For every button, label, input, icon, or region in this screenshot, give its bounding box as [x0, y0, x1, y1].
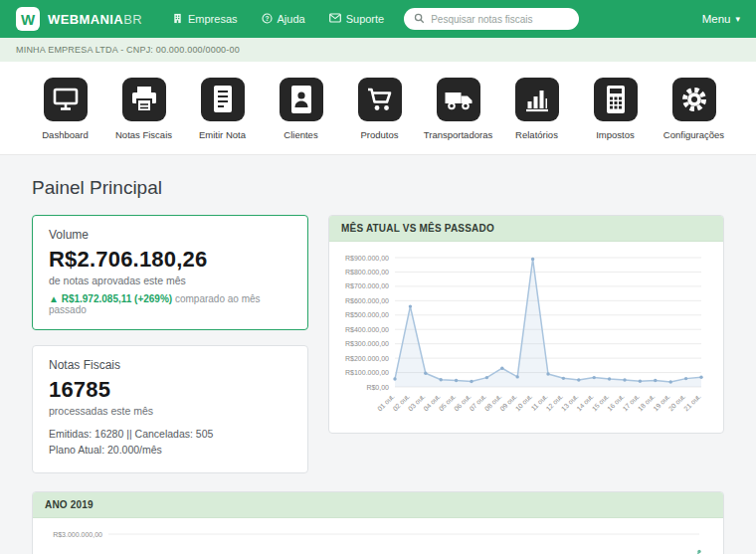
toolbar-item-label: Notas Fiscais [115, 129, 172, 140]
brand-logo[interactable]: W WEBMANIABR [16, 7, 142, 31]
volume-card-title: Volume [49, 228, 291, 242]
primary-nav: Empresas ? Ajuda Suporte [172, 13, 384, 26]
svg-text:R$0,00: R$0,00 [366, 384, 389, 391]
notas-card-title: Notas Fiscais [49, 358, 291, 372]
toolbar-item-transportadoras[interactable]: Transportadoras [419, 78, 497, 140]
monitor-icon [44, 78, 88, 121]
calculator-icon [594, 78, 638, 121]
nav-item-empresas[interactable]: Empresas [172, 13, 238, 26]
svg-text:R$300.000,00: R$300.000,00 [345, 340, 389, 347]
main-content: Painel Principal Volume R$2.706.180,26 d… [0, 155, 756, 554]
document-icon [201, 78, 245, 121]
module-toolbar: Dashboard Notas Fiscais Emitir Nota Clie… [0, 62, 756, 155]
stats-column: Volume R$2.706.180,26 de notas aprovadas… [32, 215, 308, 473]
dashboard-grid: Volume R$2.706.180,26 de notas aprovadas… [32, 215, 724, 473]
toolbar-item-configuracoes[interactable]: Configurações [655, 78, 733, 140]
contacts-icon [280, 78, 323, 121]
cart-icon [358, 78, 402, 121]
building-icon [172, 13, 183, 26]
notas-plan-line: Plano Atual: 20.000/mês [49, 442, 291, 458]
chevron-down-icon: ▾ [735, 14, 740, 24]
svg-text:R$100.000,00: R$100.000,00 [345, 369, 389, 376]
printer-icon [122, 78, 166, 121]
menu-label: Menu [702, 13, 731, 25]
page-title: Painel Principal [32, 177, 724, 199]
top-navbar: W WEBMANIABR Empresas ? Ajuda Suporte [0, 0, 756, 38]
delta-up-badge: ▲ R$1.972.085,11 (+269%) [49, 293, 172, 304]
volume-card: Volume R$2.706.180,26 de notas aprovadas… [32, 215, 308, 330]
truck-icon [437, 78, 480, 121]
svg-text:R$3.000.000,00: R$3.000.000,00 [53, 530, 102, 537]
toolbar-item-clientes[interactable]: Clientes [262, 78, 340, 140]
toolbar-item-produtos[interactable]: Produtos [340, 78, 419, 140]
brand-text: WEBMANIABR [48, 10, 142, 28]
search-input[interactable] [431, 14, 569, 25]
toolbar-item-label: Produtos [360, 129, 398, 140]
notas-fiscais-card: Notas Fiscais 16785 processadas este mês… [32, 345, 308, 473]
svg-text:R$500.000,00: R$500.000,00 [345, 311, 389, 318]
year-chart: R$0,00R$500.000,00R$1.000.000,00R$1.500.… [33, 518, 723, 554]
toolbar-item-impostos[interactable]: Impostos [576, 78, 655, 140]
toolbar-item-label: Dashboard [42, 129, 88, 140]
year-chart-card: ANO 2019 R$0,00R$500.000,00R$1.000.000,0… [32, 491, 724, 554]
toolbar-item-relatorios[interactable]: Relatórios [497, 78, 576, 140]
company-bar: MINHA EMPRESA LTDA - CNPJ: 00.000.000/00… [0, 38, 756, 62]
toolbar-item-emitir-nota[interactable]: Emitir Nota [183, 78, 262, 140]
toolbar-item-label: Relatórios [515, 129, 558, 140]
toolbar-item-dashboard[interactable]: Dashboard [26, 78, 104, 140]
toolbar-item-label: Impostos [596, 129, 635, 140]
toolbar-item-notas-fiscais[interactable]: Notas Fiscais [104, 78, 183, 140]
notas-detail-line: Emitidas: 16280 || Canceladas: 505 [49, 426, 291, 442]
notas-details: Emitidas: 16280 || Canceladas: 505 Plano… [49, 426, 291, 459]
svg-text:?: ? [265, 14, 269, 21]
nav-item-suporte[interactable]: Suporte [329, 13, 385, 26]
webmania-logo-icon: W [16, 7, 40, 31]
month-chart: R$0,00R$100.000,00R$200.000,00R$300.000,… [329, 242, 723, 433]
company-info: MINHA EMPRESA LTDA - CNPJ: 00.000.000/00… [16, 45, 240, 55]
nav-item-label: Suporte [346, 13, 385, 25]
year-chart-title: ANO 2019 [33, 492, 723, 518]
toolbar-item-label: Configurações [663, 129, 724, 140]
notas-subtitle: processadas este mês [49, 405, 291, 417]
volume-delta-row: ▲ R$1.972.085,11 (+269%) comparado ao mê… [49, 293, 291, 315]
svg-text:R$800.000,00: R$800.000,00 [345, 269, 389, 276]
toolbar-item-label: Clientes [284, 129, 317, 140]
svg-text:21 out.: 21 out. [682, 393, 702, 413]
toolbar-item-label: Transportadoras [424, 129, 492, 140]
menu-dropdown[interactable]: Menu ▾ [702, 13, 740, 25]
notas-count: 16785 [49, 377, 291, 403]
svg-text:R$600.000,00: R$600.000,00 [345, 297, 389, 304]
svg-text:R$700.000,00: R$700.000,00 [345, 282, 389, 289]
gear-icon [672, 78, 716, 121]
volume-amount: R$2.706.180,26 [49, 247, 291, 273]
svg-text:R$900.000,00: R$900.000,00 [345, 255, 389, 262]
search-icon [414, 10, 425, 28]
toolbar-item-label: Emitir Nota [199, 129, 246, 140]
volume-subtitle: de notas aprovadas este mês [49, 275, 291, 286]
nav-item-label: Ajuda [278, 13, 305, 25]
nav-item-ajuda[interactable]: ? Ajuda [262, 13, 305, 26]
svg-text:R$200.000,00: R$200.000,00 [345, 355, 389, 362]
svg-text:R$400.000,00: R$400.000,00 [345, 326, 389, 333]
month-chart-card: MÊS ATUAL VS MÊS PASSADO R$0,00R$100.000… [328, 215, 724, 434]
search-bar [404, 8, 579, 30]
nav-item-label: Empresas [188, 13, 238, 25]
bar-chart-icon [515, 78, 559, 121]
help-icon: ? [262, 13, 273, 26]
month-chart-title: MÊS ATUAL VS MÊS PASSADO [329, 216, 723, 242]
mail-icon [329, 13, 341, 25]
